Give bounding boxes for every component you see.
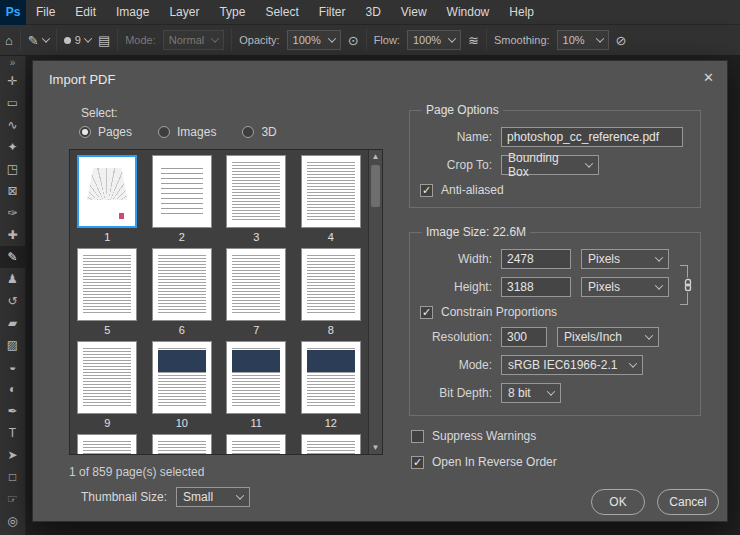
chevron-down-icon xyxy=(448,34,456,42)
bit-depth-select[interactable]: 8 bit xyxy=(501,383,561,403)
radio-images[interactable]: Images xyxy=(158,125,216,139)
page-11[interactable]: 11 xyxy=(219,341,294,434)
tool-icon: ✦ xyxy=(7,140,17,154)
menu-item[interactable]: Layer xyxy=(159,0,209,25)
hand-tool[interactable]: ☞ xyxy=(0,488,25,510)
brush-panel-toggle-icon[interactable]: ▤ xyxy=(98,33,110,48)
home-icon[interactable]: ⌂ xyxy=(5,33,13,48)
thumbnail-scrollbar[interactable]: ▲ ▼ xyxy=(368,150,382,454)
page-13[interactable]: 13 xyxy=(70,434,145,454)
history-brush-tool[interactable]: ↺ xyxy=(0,290,25,312)
page-2[interactable]: 2 xyxy=(145,155,220,248)
menu-item[interactable]: Window xyxy=(437,0,500,25)
close-icon[interactable]: ✕ xyxy=(703,70,714,85)
menu-item[interactable]: Select xyxy=(255,0,308,25)
name-row: Name: xyxy=(420,127,690,147)
cancel-button[interactable]: Cancel xyxy=(657,489,719,515)
resolution-unit-select[interactable]: Pixels/Inch xyxy=(557,327,659,347)
tool-icon: ▰ xyxy=(8,316,17,330)
gradient-tool[interactable]: ▨ xyxy=(0,334,25,356)
smoothing-select[interactable]: 10% xyxy=(557,30,609,50)
tool-icon: ➤ xyxy=(7,448,17,462)
tool-palette: » ✛ ▭ ∿ ✦ ◳ ⊠ xyxy=(0,56,26,535)
brush-tool[interactable]: ✎ xyxy=(0,246,25,268)
thumbnail-size-select[interactable]: Small xyxy=(176,487,250,507)
page-7[interactable]: 7 xyxy=(219,248,294,341)
flow-select[interactable]: 100% xyxy=(407,30,461,50)
page-16[interactable]: 16 xyxy=(294,434,369,454)
frame-tool[interactable]: ⊠ xyxy=(0,180,25,202)
menu-item[interactable]: Help xyxy=(499,0,544,25)
move-tool[interactable]: ✛ xyxy=(0,70,25,92)
radio-pages[interactable]: Pages xyxy=(79,125,132,139)
page-number: 8 xyxy=(328,324,334,336)
tool-icon: ♟ xyxy=(7,272,18,286)
scroll-down-arrow-icon[interactable]: ▼ xyxy=(369,441,382,454)
tool-icon: ◐ xyxy=(9,382,16,396)
dodge-tool[interactable]: ◐ xyxy=(0,378,25,400)
menu-item[interactable]: Type xyxy=(209,0,255,25)
name-field[interactable] xyxy=(501,127,683,147)
suppress-warnings-checkbox[interactable] xyxy=(411,430,424,443)
radio-3d[interactable]: 3D xyxy=(242,125,276,139)
eyedropper-tool[interactable]: ✑ xyxy=(0,202,25,224)
width-field[interactable] xyxy=(501,249,571,269)
pressure-size-icon[interactable]: ⊘ xyxy=(616,33,627,48)
color-mode-label: Mode: xyxy=(420,358,492,372)
page-5[interactable]: 5 xyxy=(70,248,145,341)
eraser-tool[interactable]: ▰ xyxy=(0,312,25,334)
page-4[interactable]: 4 xyxy=(294,155,369,248)
airbrush-icon[interactable]: ≋ xyxy=(468,33,479,48)
blur-tool[interactable]: ◒ xyxy=(0,356,25,378)
scrollbar-thumb[interactable] xyxy=(371,165,380,207)
menu-item[interactable]: View xyxy=(391,0,437,25)
page-3[interactable]: 3 xyxy=(219,155,294,248)
width-unit-select[interactable]: Pixels xyxy=(581,249,669,269)
link-dimensions-icon xyxy=(682,278,694,293)
height-field[interactable] xyxy=(501,277,571,297)
color-mode-select[interactable]: sRGB IEC61966-2.1 xyxy=(501,355,643,375)
radio-label: Pages xyxy=(98,125,132,139)
spot-healing-tool[interactable]: ✚ xyxy=(0,224,25,246)
clone-stamp-tool[interactable]: ♟ xyxy=(0,268,25,290)
ok-button[interactable]: OK xyxy=(591,489,645,515)
menu-item[interactable]: Image xyxy=(106,0,159,25)
menu-item[interactable]: Edit xyxy=(65,0,106,25)
page-14[interactable]: 14 xyxy=(145,434,220,454)
menu-item[interactable]: Filter xyxy=(309,0,356,25)
open-reverse-checkbox[interactable] xyxy=(411,456,424,469)
resolution-field[interactable] xyxy=(501,327,547,347)
tool-preset-picker[interactable]: ✎ xyxy=(28,33,49,48)
constrain-proportions-checkbox[interactable] xyxy=(420,306,433,319)
page-9[interactable]: 9 xyxy=(70,341,145,434)
zoom-tool[interactable]: ◎ xyxy=(0,510,25,532)
lasso-tool[interactable]: ∿ xyxy=(0,114,25,136)
marquee-tool[interactable]: ▭ xyxy=(0,92,25,114)
rectangle-tool[interactable]: □ xyxy=(0,466,25,488)
pressure-opacity-icon[interactable]: ⊙ xyxy=(348,33,359,48)
crop-tool[interactable]: ◳ xyxy=(0,158,25,180)
type-tool[interactable]: T xyxy=(0,422,25,444)
crop-to-select[interactable]: Bounding Box xyxy=(501,155,599,175)
page-12[interactable]: 12 xyxy=(294,341,369,434)
scroll-up-arrow-icon[interactable]: ▲ xyxy=(369,150,382,163)
menu-item[interactable]: 3D xyxy=(355,0,390,25)
page-15[interactable]: 15 xyxy=(219,434,294,454)
height-unit-select[interactable]: Pixels xyxy=(581,277,669,297)
anti-aliased-checkbox[interactable] xyxy=(420,184,433,197)
opacity-select[interactable]: 100% xyxy=(287,30,341,50)
collapse-toolbar-icon[interactable]: » xyxy=(10,56,16,70)
page-1[interactable]: 1 xyxy=(70,155,145,248)
brush-settings-widget[interactable]: 9 xyxy=(64,34,91,46)
page-10[interactable]: 10 xyxy=(145,341,220,434)
quick-selection-tool[interactable]: ✦ xyxy=(0,136,25,158)
chevron-down-icon xyxy=(629,359,637,367)
page-8[interactable]: 8 xyxy=(294,248,369,341)
tool-icon: ◳ xyxy=(7,162,18,176)
open-reverse-row: Open In Reverse Order xyxy=(411,455,557,469)
pen-tool[interactable]: ✒ xyxy=(0,400,25,422)
path-selection-tool[interactable]: ➤ xyxy=(0,444,25,466)
menu-item[interactable]: File xyxy=(26,0,65,25)
chevron-down-icon xyxy=(547,387,555,395)
page-6[interactable]: 6 xyxy=(145,248,220,341)
